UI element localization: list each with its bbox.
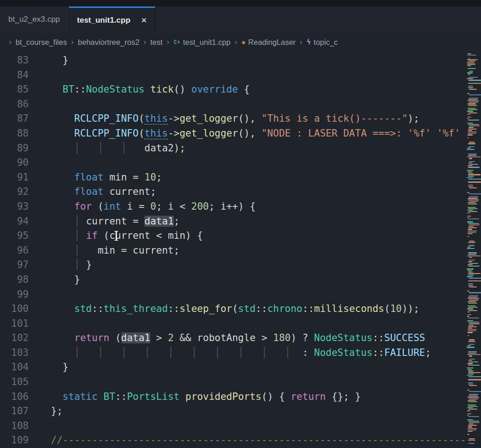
- code-line[interactable]: 96 │ min = current;: [0, 243, 481, 258]
- code-line[interactable]: 88 RCLCPP_INFO(this->get_logger(), "NODE…: [0, 126, 481, 141]
- tab-test_unit1-cpp[interactable]: test_unit1.cpp×: [69, 6, 155, 32]
- line-number[interactable]: 96: [0, 243, 29, 258]
- line-number[interactable]: 99: [0, 287, 29, 302]
- code-line[interactable]: 86: [0, 97, 481, 112]
- minimap-line: [467, 267, 481, 268]
- line-number[interactable]: 102: [0, 331, 29, 346]
- minimap-line: [468, 440, 475, 441]
- code-line[interactable]: 92 float current;: [0, 185, 481, 199]
- line-number[interactable]: 91: [0, 170, 29, 185]
- code-line[interactable]: 84: [0, 68, 481, 83]
- minimap-line: [467, 217, 469, 218]
- code-token: (: [139, 113, 145, 124]
- code-line[interactable]: 100 std::this_thread::sleep_for(std::chr…: [0, 302, 481, 317]
- minimap-line: [468, 233, 473, 234]
- code-token: :: [302, 347, 314, 358]
- code-line[interactable]: 101: [0, 317, 481, 331]
- line-number[interactable]: 87: [0, 112, 29, 126]
- code-line-content: │ │ │ │ │ │ │ │ │ │ : NodeStatus::FAILUR…: [51, 346, 431, 361]
- line-number[interactable]: 88: [0, 126, 29, 141]
- minimap-line: [467, 304, 481, 305]
- tab-bt_u2_ex3-cpp[interactable]: bt_u2_ex3.cpp: [0, 6, 69, 32]
- line-number[interactable]: 89: [0, 141, 29, 156]
- minimap-line: [468, 303, 477, 304]
- code-line[interactable]: 90: [0, 156, 481, 170]
- code-line[interactable]: 95 │ if (current < min) {: [0, 229, 481, 243]
- code-line[interactable]: 105: [0, 375, 481, 390]
- line-number[interactable]: 92: [0, 185, 29, 199]
- code-token: [51, 230, 74, 241]
- breadcrumb-item[interactable]: test: [150, 38, 163, 47]
- line-number[interactable]: 109: [0, 433, 29, 448]
- code-line[interactable]: 103 │ │ │ │ │ │ │ │ │ │ : NodeStatus::FA…: [0, 346, 481, 361]
- code-token: [51, 347, 74, 358]
- code-line[interactable]: 109//-----------------------------------…: [0, 433, 481, 448]
- code-line[interactable]: 104 }: [0, 360, 481, 375]
- code-token: [51, 391, 62, 402]
- code-token: ::: [92, 303, 104, 314]
- line-number[interactable]: 85: [0, 82, 29, 97]
- minimap-line: [469, 355, 472, 356]
- code-line[interactable]: 91 float min = 10;: [0, 170, 481, 185]
- breadcrumb-item[interactable]: ϟtopic_c: [307, 38, 338, 47]
- code-line[interactable]: 97 │ }: [0, 258, 481, 273]
- code-line[interactable]: 107};: [0, 404, 481, 419]
- code-line[interactable]: 94 │ current = data1;: [0, 214, 481, 229]
- line-number[interactable]: 90: [0, 156, 29, 170]
- code-line[interactable]: 83 }: [0, 53, 481, 68]
- code-line[interactable]: 106 static BT::PortsList providedPorts()…: [0, 390, 481, 404]
- cpp-file-icon: C+: [173, 39, 180, 45]
- chevron-right-icon: ›: [71, 37, 74, 47]
- line-number[interactable]: 83: [0, 53, 29, 68]
- code-token: );: [407, 113, 419, 124]
- breadcrumb-item[interactable]: bt_course_files: [16, 38, 67, 47]
- code-line[interactable]: 102 return (data1 > 2 && robotAngle > 18…: [0, 331, 481, 346]
- indent-guide: │: [191, 347, 215, 358]
- line-number[interactable]: 104: [0, 360, 29, 375]
- minimap-line: [467, 390, 469, 391]
- code-token: BT: [62, 84, 74, 95]
- code-line[interactable]: 99: [0, 287, 481, 302]
- code-editor[interactable]: 83 }8485 BT::NodeStatus tick() override …: [0, 52, 481, 448]
- code-line[interactable]: 108: [0, 419, 481, 434]
- line-number[interactable]: 86: [0, 97, 29, 112]
- minimap-line: [469, 224, 480, 225]
- breadcrumb-item[interactable]: ❖ReadingLaser: [241, 38, 296, 47]
- minimap-line: [468, 176, 474, 177]
- code-token: current;: [104, 186, 156, 197]
- line-number[interactable]: 106: [0, 390, 29, 404]
- line-number[interactable]: 103: [0, 346, 29, 361]
- minimap-line: [467, 291, 469, 292]
- line-number[interactable]: 98: [0, 273, 29, 287]
- minimap-line: [467, 410, 470, 411]
- minimap-line: [467, 69, 481, 70]
- line-number[interactable]: 105: [0, 375, 29, 390]
- minimap-line: [467, 221, 473, 222]
- code-token: this_thread: [104, 303, 168, 314]
- minimap-line: [467, 84, 481, 85]
- line-number[interactable]: 107: [0, 404, 29, 419]
- line-number[interactable]: 101: [0, 317, 29, 331]
- minimap-line: [467, 72, 473, 73]
- line-number[interactable]: 95: [0, 229, 29, 243]
- minimap-line: [469, 94, 481, 95]
- line-number[interactable]: 94: [0, 214, 29, 229]
- code-line[interactable]: 93 for (int i = 0; i < 200; i++) {: [0, 199, 481, 214]
- code-line[interactable]: 87 RCLCPP_INFO(this->get_logger(), "This…: [0, 112, 481, 126]
- line-number[interactable]: 93: [0, 199, 29, 214]
- code-line[interactable]: 89 │ │ │ data2);: [0, 141, 481, 156]
- minimap-line: [468, 429, 476, 430]
- breadcrumb-item[interactable]: behaviortree_ros2: [78, 38, 139, 47]
- line-number[interactable]: 108: [0, 419, 29, 434]
- minimap[interactable]: [466, 53, 481, 448]
- minimap-line: [469, 295, 478, 296]
- close-icon[interactable]: ×: [142, 16, 147, 25]
- breadcrumb-item[interactable]: C+test_unit1.cpp: [173, 38, 230, 47]
- line-number[interactable]: 84: [0, 68, 29, 83]
- line-number[interactable]: 100: [0, 302, 29, 317]
- code-line[interactable]: 98 }: [0, 273, 481, 287]
- line-number[interactable]: 97: [0, 258, 29, 273]
- code-line[interactable]: 85 BT::NodeStatus tick() override {: [0, 82, 481, 97]
- minimap-line: [467, 338, 481, 339]
- indent-guide: │: [144, 347, 168, 358]
